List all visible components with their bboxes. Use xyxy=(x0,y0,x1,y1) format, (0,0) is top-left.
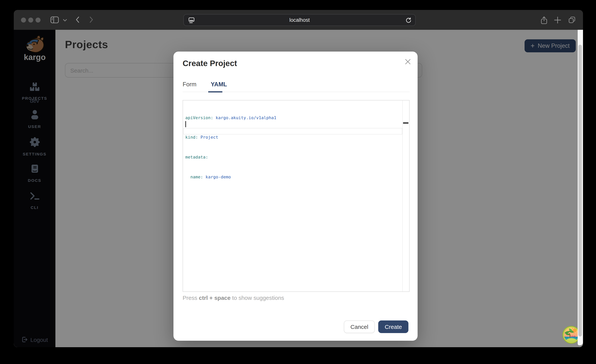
code-line: name: kargo-demo xyxy=(185,174,402,180)
reload-icon[interactable] xyxy=(405,17,411,25)
share-icon[interactable] xyxy=(540,16,548,24)
create-project-modal: Create Project Form YAML apiVersion: kar… xyxy=(173,52,417,341)
traffic-light-minimize-button[interactable] xyxy=(28,17,33,22)
scrollbar-thumb[interactable] xyxy=(578,45,582,336)
chevron-down-icon[interactable] xyxy=(63,19,67,21)
current-line-highlight xyxy=(183,128,402,134)
traffic-light-close-button[interactable] xyxy=(21,17,26,22)
url-text[interactable]: localhost xyxy=(184,15,415,26)
tab-form[interactable]: Form xyxy=(183,79,196,89)
address-bar[interactable]: localhost xyxy=(183,14,416,26)
browser-window: localhost xyxy=(14,10,583,347)
tab-yaml[interactable]: YAML xyxy=(211,79,227,89)
traffic-light-zoom-button[interactable] xyxy=(35,17,40,22)
create-button[interactable]: Create xyxy=(378,320,408,333)
modal-title: Create Project xyxy=(183,59,237,68)
sidebar-toggle-icon[interactable] xyxy=(50,16,59,23)
browser-toolbar: localhost xyxy=(14,10,583,30)
tab-overview-icon[interactable] xyxy=(568,16,576,24)
cancel-button[interactable]: Cancel xyxy=(344,320,375,333)
hint-shortcut: ctrl + space xyxy=(199,295,231,301)
back-button[interactable] xyxy=(76,16,80,23)
forward-button[interactable] xyxy=(89,16,93,23)
modal-tabbar: Form YAML xyxy=(183,79,410,92)
text-cursor xyxy=(185,121,186,127)
new-tab-icon[interactable] xyxy=(554,16,561,24)
scrollbar-track[interactable] xyxy=(577,30,583,345)
yaml-editor[interactable]: apiVersion: kargo.akuity.io/v1alpha1 kin… xyxy=(183,100,410,292)
code-line: kind: Project xyxy=(185,134,402,141)
code-line: metadata: xyxy=(185,154,402,161)
code-line: apiVersion: kargo.akuity.io/v1alpha1 xyxy=(185,114,402,121)
minimap-divider xyxy=(402,100,402,291)
close-icon[interactable] xyxy=(404,58,411,65)
active-tab-underline xyxy=(208,91,222,92)
modal-footer: Cancel Create xyxy=(344,320,408,333)
desktop: localhost xyxy=(0,0,596,364)
overview-ruler-marker xyxy=(403,122,408,124)
editor-hint: Press ctrl + space to show suggestions xyxy=(183,295,284,301)
